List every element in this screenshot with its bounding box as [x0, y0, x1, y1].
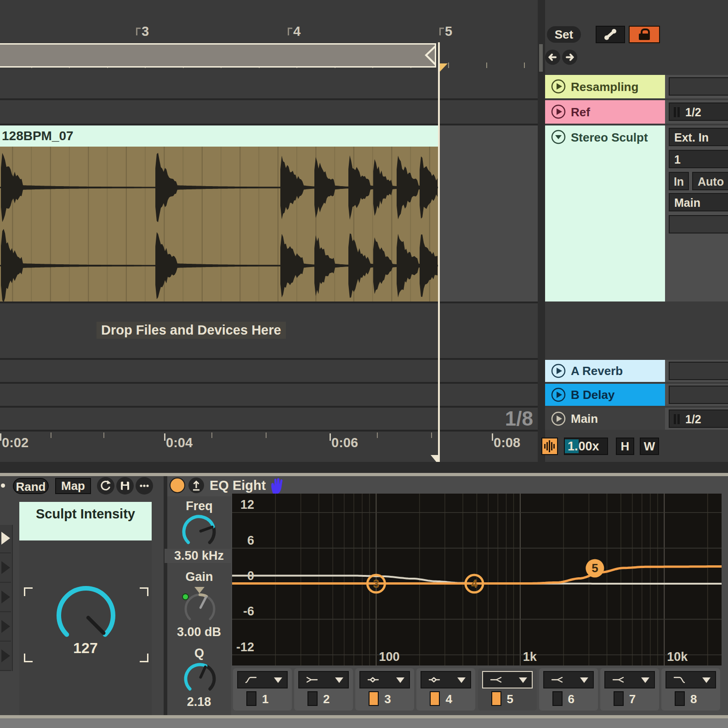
track-header-ref[interactable]: Ref — [545, 100, 665, 124]
eq-band-2-activator[interactable] — [307, 691, 318, 706]
ellipsis-icon — [136, 477, 153, 495]
eq-freq-value[interactable]: 3.50 kHz — [165, 549, 233, 563]
set-button[interactable]: Set — [547, 26, 581, 43]
rack-more-button[interactable] — [136, 477, 153, 495]
macro-knob[interactable] — [56, 586, 116, 645]
clip-title-bar[interactable]: 128BPM_07 — [0, 125, 439, 147]
b-delay-meter-box[interactable] — [669, 386, 728, 404]
zoom-factor-field[interactable]: 1.00x — [564, 438, 608, 455]
audio-from-select[interactable]: Ext. In — [669, 128, 728, 146]
lane-sculpt-after-clip[interactable] — [439, 125, 538, 301]
rack-save-button[interactable] — [116, 477, 134, 495]
resampling-meter-box[interactable] — [669, 77, 728, 96]
audio-clip[interactable]: 128BPM_07 — [0, 125, 439, 301]
rack-map-button[interactable]: Map — [55, 478, 91, 494]
eq-band-2-filter-select[interactable] — [298, 671, 349, 688]
lane-main[interactable] — [0, 408, 538, 430]
chain-launch-button[interactable] — [0, 525, 11, 553]
time-label[interactable]: 0:08 — [494, 435, 520, 450]
eq-band-6-filter-select[interactable] — [543, 671, 594, 688]
unfold-icon[interactable] — [551, 129, 566, 145]
eq-freq-label: Freq — [167, 499, 231, 513]
eq-band-1-filter-select[interactable] — [237, 671, 288, 688]
track-header-resampling[interactable]: Resampling — [545, 75, 665, 98]
time-label[interactable]: 0:02 — [2, 435, 28, 450]
draw-waveform-toggle[interactable] — [541, 438, 558, 455]
time-label[interactable]: 0:06 — [331, 435, 358, 450]
eq-band-4-filter-select[interactable] — [421, 671, 471, 688]
play-icon[interactable] — [551, 363, 566, 379]
eq-expand-button[interactable] — [188, 478, 204, 493]
audio-from-value: Ext. In — [674, 131, 709, 144]
eq-band-7-filter-select[interactable] — [604, 671, 655, 688]
monitor-in-button[interactable]: In — [669, 172, 689, 190]
chain-launch-button[interactable] — [0, 584, 11, 612]
track-header-stereo-sculpt[interactable]: Stereo Sculpt — [545, 125, 665, 301]
play-icon[interactable] — [551, 104, 566, 119]
track-header-a-reverb[interactable]: A Reverb — [545, 360, 665, 382]
track-name: Main — [571, 412, 598, 426]
lane-ref[interactable] — [0, 100, 538, 124]
link-button[interactable] — [596, 26, 625, 43]
zoom-height-button[interactable]: H — [616, 438, 634, 455]
ref-meter-box[interactable]: 1/2 — [669, 102, 728, 121]
rack-chain-list — [0, 525, 13, 671]
eq-gain-knob[interactable] — [183, 592, 217, 626]
eq-band-5-activator[interactable] — [491, 691, 501, 706]
lock-button[interactable] — [629, 26, 660, 43]
filter-shape-highshelf-icon — [486, 672, 513, 688]
eq-freq-knob[interactable] — [181, 514, 217, 550]
eq-band-5-filter-select[interactable] — [482, 671, 533, 688]
eq-q-value[interactable]: 2.18 — [165, 695, 233, 709]
eq-q-knob[interactable] — [183, 662, 217, 696]
eq-band-1-activator[interactable] — [246, 691, 256, 706]
monitor-auto-button[interactable]: Auto — [692, 172, 728, 190]
chain-play-triangle-icon — [1, 561, 10, 574]
eq-band-8-activator[interactable] — [675, 691, 685, 706]
chain-play-triangle-icon — [1, 620, 10, 633]
dropdown-arrow-icon — [641, 677, 649, 683]
rack-rand-button[interactable]: Rand — [13, 478, 49, 494]
zoom-width-button[interactable]: W — [640, 438, 659, 455]
eq-band-handle-5[interactable]: 5 — [586, 559, 604, 577]
eq-band-3-filter-select[interactable] — [359, 671, 410, 688]
lane-a-reverb[interactable] — [0, 360, 538, 382]
eq-device-activator[interactable] — [170, 478, 185, 493]
lane-resampling[interactable] — [0, 70, 538, 98]
macro-title-bar[interactable]: Sculpt Intensity — [19, 502, 152, 540]
audio-to-select[interactable]: Main — [669, 193, 728, 211]
filter-shape-highshelf-icon — [608, 672, 636, 688]
track-header-b-delay[interactable]: B Delay — [545, 384, 665, 406]
eq-band-3-activator[interactable] — [369, 691, 379, 706]
panel-resize-handle[interactable] — [539, 44, 543, 72]
time-minor-tick — [431, 432, 432, 438]
eq-frequency-graph[interactable]: 3451260-6-121001k10k — [232, 494, 722, 665]
eq-band-7-activator[interactable] — [614, 691, 624, 706]
input-channel-select[interactable]: 1 — [669, 150, 728, 168]
sculpt-extra-box[interactable] — [669, 215, 728, 233]
beat-tick-corner — [136, 28, 141, 35]
loop-region-bar[interactable] — [0, 43, 436, 68]
main-meter-box[interactable]: 1/2 — [669, 410, 728, 428]
chain-launch-button[interactable] — [0, 554, 11, 583]
eq-gain-value[interactable]: 3.00 dB — [165, 625, 233, 639]
eq-device-title[interactable]: EQ Eight — [210, 478, 266, 493]
chain-launch-button[interactable] — [0, 643, 11, 671]
eq-band-4-activator[interactable] — [430, 691, 440, 706]
a-reverb-meter-box[interactable] — [669, 362, 728, 380]
playhead-line[interactable] — [438, 42, 440, 462]
play-icon[interactable] — [551, 79, 566, 94]
history-back-button[interactable] — [545, 50, 560, 65]
eq-band-8-filter-select[interactable] — [665, 671, 716, 688]
track-header-main[interactable]: Main — [545, 408, 665, 430]
play-icon[interactable] — [551, 387, 566, 403]
lane-b-delay[interactable] — [0, 384, 538, 406]
chain-launch-button[interactable] — [0, 613, 11, 642]
time-label[interactable]: 0:04 — [166, 435, 193, 450]
drop-zone[interactable]: Drop Files and Devices Here — [0, 303, 538, 358]
history-forward-button[interactable] — [562, 50, 577, 65]
rack-variation-button[interactable] — [97, 477, 114, 495]
rack-partial-icon — [1, 483, 5, 488]
play-icon[interactable] — [551, 411, 566, 427]
eq-band-6-activator[interactable] — [552, 691, 563, 706]
